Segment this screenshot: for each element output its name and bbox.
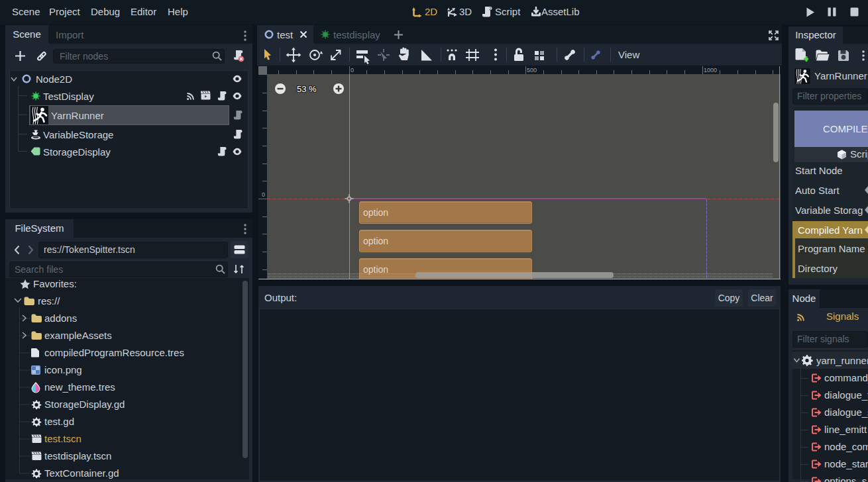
- svg-text:res://: res://: [38, 295, 60, 307]
- svg-text:0: 0: [351, 67, 354, 73]
- svg-text:500: 500: [527, 67, 537, 73]
- svg-text:compiledProgramResource.tres: compiledProgramResource.tres: [44, 347, 184, 358]
- svg-text:exampleAssets: exampleAssets: [44, 330, 112, 341]
- svg-text:addons: addons: [44, 313, 77, 324]
- svg-text:Favorites:: Favorites:: [33, 278, 77, 289]
- svg-text:new_theme.tres: new_theme.tres: [44, 381, 115, 393]
- svg-text:1000: 1000: [704, 67, 717, 73]
- svg-text:TextContainer.gd: TextContainer.gd: [44, 467, 119, 479]
- svg-text:StorageDisplay.gd: StorageDisplay.gd: [44, 399, 125, 410]
- svg-text:test.tscn: test.tscn: [44, 433, 81, 444]
- svg-text:View: View: [618, 49, 639, 60]
- svg-text:test.gd: test.gd: [44, 416, 74, 427]
- svg-text:icon.png: icon.png: [44, 364, 82, 375]
- svg-text:testdisplay.tscn: testdisplay.tscn: [44, 450, 111, 461]
